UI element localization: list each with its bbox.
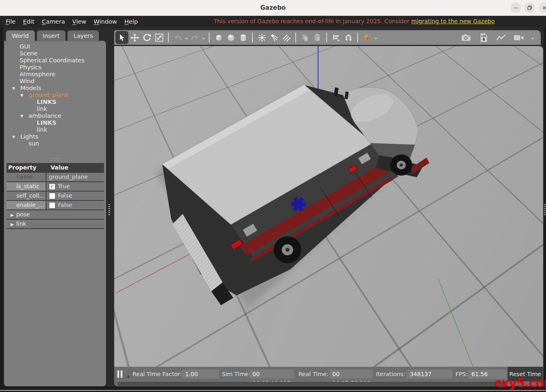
ambulance-model[interactable] [155,85,429,309]
view-angle-button[interactable] [361,31,373,44]
dropdown-caret-icon[interactable] [373,31,378,44]
menu-bar: FileEditCameraViewWindowHelp This versio… [0,16,546,27]
tree-item-link[interactable]: link [4,126,106,133]
video-record-button[interactable] [513,31,525,44]
dropdown-caret-icon[interactable] [184,31,189,44]
directional-light-button[interactable] [280,31,292,44]
expand-arrow-icon[interactable]: ▼ [20,113,23,120]
tree-item-links[interactable]: LINKS [4,99,106,106]
tree-item-link[interactable]: link [4,106,106,112]
property-row-self_coll: self_coll…False [7,192,104,200]
step-button[interactable] [127,376,130,378]
is_static-checkbox[interactable]: ✓ [49,183,55,190]
property-row-pose[interactable]: ▶pose [7,210,104,219]
panel-splitter-handle[interactable] [108,204,110,215]
property-value-text: False [58,192,72,200]
snap-button[interactable] [342,31,354,44]
tab-layers[interactable]: Layers [67,30,99,42]
tree-item-label: ambulance [29,112,61,119]
iterations-value[interactable]: 348137 [407,370,453,379]
tree-item-gui[interactable]: GUI [4,43,106,50]
dropdown-caret-icon[interactable] [530,31,535,44]
tree-item-sun[interactable]: sun [4,140,106,147]
real-time-factor-label: Real Time Factor: [133,367,182,381]
screenshot-button[interactable] [460,31,472,44]
sphere-shape-button[interactable] [225,31,237,44]
plot-window-button[interactable] [495,31,507,44]
toolbar-separator [357,33,358,42]
redo-button[interactable] [189,31,201,44]
window-frame-edge [0,390,546,391]
world-panel: GUISceneSpherical CoordinatesPhysicsAtmo… [4,41,106,386]
toolbar-separator [295,33,296,42]
tree-item-ground_plane[interactable]: ▼ground_plane [4,92,106,99]
rotate-tool-button[interactable] [141,31,153,44]
align-button[interactable] [330,31,342,44]
menu-window[interactable]: Window [94,18,117,25]
select-tool-button[interactable] [115,31,128,44]
tree-item-atmosphere[interactable]: Atmosphere [4,71,106,78]
eol-migrate-link[interactable]: migrating to the new Gazebo [411,18,495,24]
tree-item-label: link [37,126,47,133]
tree-item-spherical-coordinates[interactable]: Spherical Coordinates [4,57,106,64]
menu-file[interactable]: File [6,18,15,25]
expand-arrow-icon[interactable]: ▼ [12,134,15,141]
self_coll-checkbox[interactable] [49,193,55,199]
simulation-status-bar: Real Time Factor:1.00Sim Time:00 00:05:4… [114,367,543,381]
eol-warning-text: This version of Gazebo reaches end-of-li… [214,18,411,24]
pause-button[interactable] [117,370,124,378]
horizontal-scrollbar-thumb[interactable] [117,382,506,386]
real-time-factor-value[interactable]: 1.00 [182,370,219,379]
tab-world[interactable]: World [6,30,35,43]
real-time-value[interactable]: 00 00:05:55.195 [329,370,373,379]
point-light-button[interactable] [256,31,268,44]
tab-insert[interactable]: Insert [37,30,66,42]
menu-help[interactable]: Help [124,18,138,25]
scale-tool-button[interactable] [153,31,165,44]
tree-item-label: Spherical Coordinates [20,57,84,64]
viewport-3d[interactable] [114,46,543,367]
front-wheel-hub [400,163,403,167]
property-value-text[interactable]: ground_plane [49,173,88,181]
copy-button[interactable] [299,31,311,44]
property-row-link[interactable]: ▶link [7,220,104,228]
translate-tool-button[interactable] [128,31,141,44]
property-value: False [46,192,104,200]
maximize-button[interactable] [524,2,535,13]
tree-item-links[interactable]: LINKS [4,119,106,126]
collapse-arrow-icon[interactable]: ▶ [11,222,14,227]
real-time-label: Real Time: [298,367,329,381]
tree-item-ambulance[interactable]: ▼ambulance [4,112,106,119]
menu-camera[interactable]: Camera [42,18,65,25]
right-splitter-handle[interactable] [544,204,546,215]
tree-item-lights[interactable]: ▼Lights [4,133,106,140]
restore-icon [527,5,532,10]
tree-item-scene[interactable]: Scene [4,50,106,57]
tree-item-label: Scene [20,50,38,57]
tree-item-models[interactable]: ▼Models [4,85,106,92]
tree-item-physics[interactable]: Physics [4,64,106,71]
tree-item-label: LINKS [37,99,56,105]
undo-button[interactable] [172,31,184,44]
value-column-header: Value [49,163,69,172]
cylinder-shape-button[interactable] [237,31,249,44]
dropdown-caret-icon[interactable] [201,31,206,44]
window-frame-bottom [0,386,546,392]
enable_-checkbox[interactable] [49,202,55,209]
menu-view[interactable]: View [72,18,86,25]
expand-arrow-icon[interactable]: ▼ [12,85,15,92]
tree-item-label: Models [20,85,41,91]
expand-arrow-icon[interactable]: ▼ [20,92,23,99]
sim-time-value[interactable]: 00 00:05:48.137 [249,370,294,379]
splitter-handle-horizontal[interactable]: ············ [4,158,106,162]
tree-item-wind[interactable]: Wind [4,78,106,85]
collapse-arrow-icon[interactable]: ▶ [11,213,14,217]
minimize-button[interactable]: ─ [511,2,521,13]
menu-edit[interactable]: Edit [23,18,34,25]
spot-light-button[interactable] [268,31,280,44]
box-shape-button[interactable] [212,31,225,44]
log-record-button[interactable]: LOG [477,31,490,44]
world-tree: GUISceneSpherical CoordinatesPhysicsAtmo… [4,43,106,147]
paste-button[interactable] [311,31,323,44]
toolbar-separator [326,33,327,42]
